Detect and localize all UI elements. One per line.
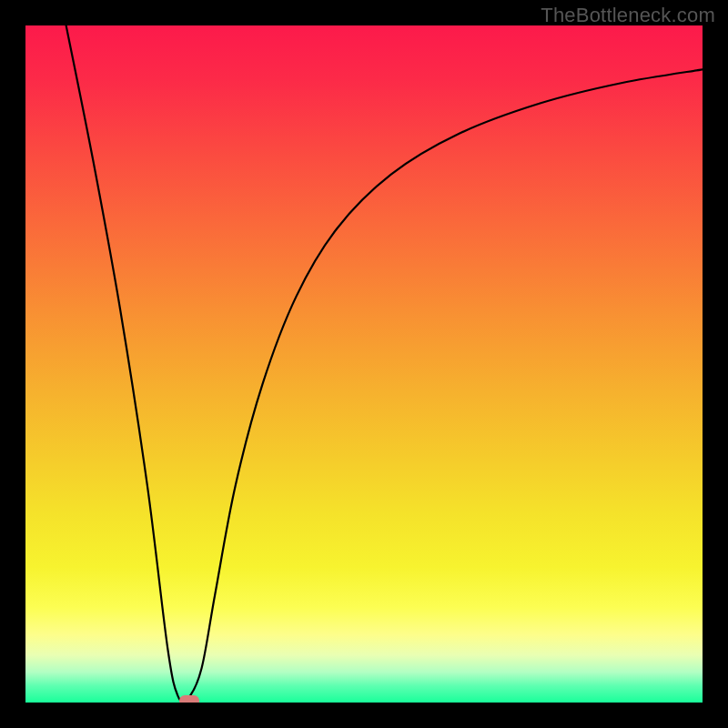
watermark-text: TheBottleneck.com	[541, 4, 715, 27]
plot-area	[25, 25, 703, 703]
optimal-marker	[179, 695, 199, 703]
bottleneck-curve	[25, 25, 703, 703]
chart-frame: TheBottleneck.com	[0, 0, 728, 728]
